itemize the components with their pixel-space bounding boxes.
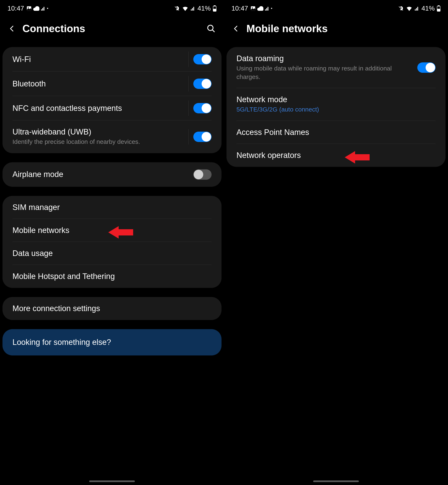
row-hotspot[interactable]: Mobile Hotspot and Tethering — [2, 265, 222, 288]
header: Mobile networks — [224, 14, 448, 47]
svg-rect-20 — [416, 8, 417, 11]
back-button[interactable] — [232, 24, 240, 33]
status-left-icons: • — [26, 6, 48, 11]
screen-connections: 10:47 • 41% Connections Wi-Fi — [0, 0, 224, 485]
svg-rect-9 — [214, 5, 216, 6]
screen-mobile-networks: 10:47 • 41% Mobile networks Data roaming — [224, 0, 448, 485]
picture-icon — [250, 6, 256, 11]
svg-rect-6 — [192, 8, 193, 11]
vibrate-icon — [398, 6, 404, 11]
svg-point-15 — [252, 7, 253, 8]
help-title: Looking for something else? — [12, 338, 212, 347]
row-sub: Identify the precise location of nearby … — [12, 138, 193, 146]
battery-percent: 41% — [197, 5, 211, 12]
row-title: Ultra-wideband (UWB) — [12, 127, 193, 136]
page-title: Connections — [22, 23, 200, 35]
svg-rect-24 — [437, 9, 440, 11]
svg-rect-7 — [193, 7, 194, 11]
wifi-icon — [406, 6, 412, 11]
status-bar: 10:47 • 41% — [224, 0, 448, 14]
row-sub: Using mobile data while roaming may resu… — [236, 64, 417, 81]
home-indicator[interactable] — [89, 480, 135, 482]
status-time: 10:47 — [8, 5, 24, 12]
dot-icon: • — [271, 6, 272, 11]
card-mobile: SIM manager Mobile networks Data usage M… — [2, 196, 222, 288]
search-icon — [207, 24, 216, 33]
battery-percent: 41% — [421, 5, 435, 12]
card-wireless: Wi-Fi Bluetooth NFC and contactless paym… — [2, 47, 222, 153]
row-title: Mobile networks — [12, 226, 212, 235]
row-title: Mobile Hotspot and Tethering — [12, 272, 212, 281]
back-button[interactable] — [8, 24, 16, 33]
svg-rect-19 — [415, 9, 416, 11]
page-title: Mobile networks — [246, 23, 440, 35]
svg-rect-4 — [44, 7, 44, 11]
row-title: Data roaming — [236, 54, 417, 63]
row-title: SIM manager — [12, 203, 212, 212]
svg-rect-5 — [191, 9, 192, 11]
toggle-airplane[interactable] — [193, 169, 212, 180]
toggle-roaming[interactable] — [417, 63, 436, 73]
row-operators[interactable]: Network operators — [226, 144, 446, 167]
signal-icon — [265, 6, 270, 11]
toggle-uwb[interactable] — [193, 132, 212, 142]
row-bluetooth[interactable]: Bluetooth — [2, 71, 222, 96]
svg-rect-21 — [417, 7, 418, 11]
battery-icon — [437, 5, 440, 12]
svg-rect-18 — [268, 7, 268, 11]
dot-icon: • — [47, 6, 48, 11]
wifi-icon — [182, 6, 188, 11]
row-title: Network mode — [236, 95, 436, 104]
row-sim[interactable]: SIM manager — [2, 196, 222, 219]
picture-icon — [26, 6, 32, 11]
help-card[interactable]: Looking for something else? — [2, 329, 222, 355]
row-title: Access Point Names — [236, 128, 436, 137]
status-bar: 10:47 • 41% — [0, 0, 224, 14]
cloud-icon — [257, 6, 264, 11]
svg-rect-23 — [438, 5, 440, 6]
svg-rect-10 — [213, 9, 216, 11]
card-network: Data roaming Using mobile data while roa… — [226, 47, 446, 167]
svg-rect-17 — [266, 8, 267, 11]
vibrate-icon — [174, 6, 180, 11]
svg-line-12 — [212, 30, 215, 32]
svg-rect-3 — [42, 8, 43, 11]
toggle-wifi[interactable] — [193, 54, 212, 64]
row-title: Data usage — [12, 249, 212, 258]
row-apn[interactable]: Access Point Names — [226, 121, 446, 144]
toggle-bluetooth[interactable] — [193, 78, 212, 89]
row-mobile-networks[interactable]: Mobile networks — [2, 219, 222, 242]
row-nfc[interactable]: NFC and contactless payments — [2, 96, 222, 120]
row-title: Network operators — [236, 151, 436, 160]
search-button[interactable] — [206, 23, 216, 34]
row-title: Wi-Fi — [12, 55, 193, 64]
row-uwb[interactable]: Ultra-wideband (UWB) Identify the precis… — [2, 120, 222, 153]
svg-rect-2 — [41, 9, 42, 11]
row-roaming[interactable]: Data roaming Using mobile data while roa… — [226, 47, 446, 88]
header: Connections — [0, 14, 224, 47]
home-indicator[interactable] — [313, 480, 359, 482]
signal-icon-2 — [414, 6, 419, 11]
row-more[interactable]: More connection settings — [2, 297, 222, 320]
cloud-icon — [33, 6, 40, 11]
row-title: NFC and contactless payments — [12, 104, 193, 113]
row-network-mode[interactable]: Network mode 5G/LTE/3G/2G (auto connect) — [226, 88, 446, 121]
signal-icon — [41, 6, 46, 11]
row-title: More connection settings — [12, 304, 212, 313]
status-time: 10:47 — [232, 5, 248, 12]
toggle-nfc[interactable] — [193, 103, 212, 113]
status-left-icons: • — [250, 6, 272, 11]
battery-icon — [213, 5, 216, 12]
card-airplane: Airplane mode — [2, 162, 222, 187]
row-airplane[interactable]: Airplane mode — [2, 162, 222, 187]
row-sub: 5G/LTE/3G/2G (auto connect) — [236, 105, 436, 114]
svg-rect-16 — [265, 9, 266, 11]
row-wifi[interactable]: Wi-Fi — [2, 47, 222, 71]
signal-icon-2 — [190, 6, 195, 11]
svg-point-1 — [28, 7, 29, 8]
row-data-usage[interactable]: Data usage — [2, 242, 222, 265]
row-title: Bluetooth — [12, 79, 193, 88]
card-more: More connection settings — [2, 297, 222, 320]
svg-point-11 — [208, 25, 213, 31]
row-title: Airplane mode — [12, 170, 193, 179]
